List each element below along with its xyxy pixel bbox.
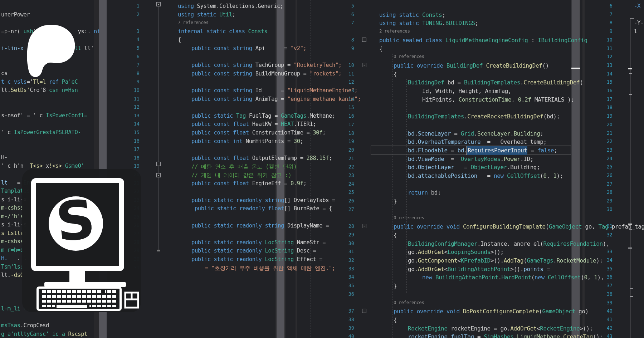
line-number: 42: [598, 325, 613, 331]
line-number: 14: [598, 71, 613, 77]
code-editor-screen: - - - unerPower=p-nr( ush'.l-ser' ys:. n…: [0, 0, 644, 338]
line-number: 15: [598, 79, 613, 85]
line-number: 10: [598, 37, 613, 43]
line-number: 36: [598, 274, 613, 280]
line-number: 41: [598, 317, 613, 322]
line-number: 34: [598, 257, 613, 263]
line-number: 30: [598, 206, 613, 212]
line-number: 6: [598, 3, 613, 9]
line-number: 40: [598, 308, 613, 314]
line-number: 20: [598, 122, 613, 127]
line-number: 25: [598, 164, 613, 170]
code-line[interactable]: l: [634, 28, 637, 35]
line-number: 37: [598, 283, 613, 288]
line-number: 31: [598, 223, 613, 229]
line-number: 33: [598, 249, 613, 254]
line-number: 13: [598, 62, 613, 68]
line-number: 16: [598, 88, 613, 93]
line-number: 17: [598, 96, 613, 102]
line-number: 23: [598, 147, 613, 153]
line-number: 39: [598, 300, 613, 305]
s-logo-letter: S: [53, 188, 98, 254]
line-number: 12: [598, 54, 613, 59]
line-number: 21: [598, 130, 613, 136]
line-number: 35: [598, 266, 613, 271]
line-number: 24: [598, 156, 613, 161]
line-number: 28: [598, 189, 613, 195]
line-number: 22: [598, 138, 613, 144]
patreon-logo-icon: [25, 21, 79, 80]
line-number: 32: [598, 232, 613, 237]
line-number: 7: [598, 11, 613, 17]
code-line[interactable]: -Y-: [634, 20, 644, 26]
line-number: 43: [598, 333, 613, 338]
line-number: 27: [598, 181, 613, 187]
line-number: 11: [598, 45, 613, 51]
line-number: 9: [598, 28, 613, 34]
line-number: 29: [598, 198, 613, 204]
code-line[interactable]: -X: [634, 3, 640, 9]
mouse-icon: [125, 293, 138, 308]
line-number: 8: [598, 20, 613, 25]
line-number: 38: [598, 291, 613, 297]
line-number: 19: [598, 113, 613, 119]
line-number: 18: [598, 104, 613, 110]
line-number: 26: [598, 172, 613, 178]
monitor-s-keyboard-badge: S: [22, 169, 141, 312]
